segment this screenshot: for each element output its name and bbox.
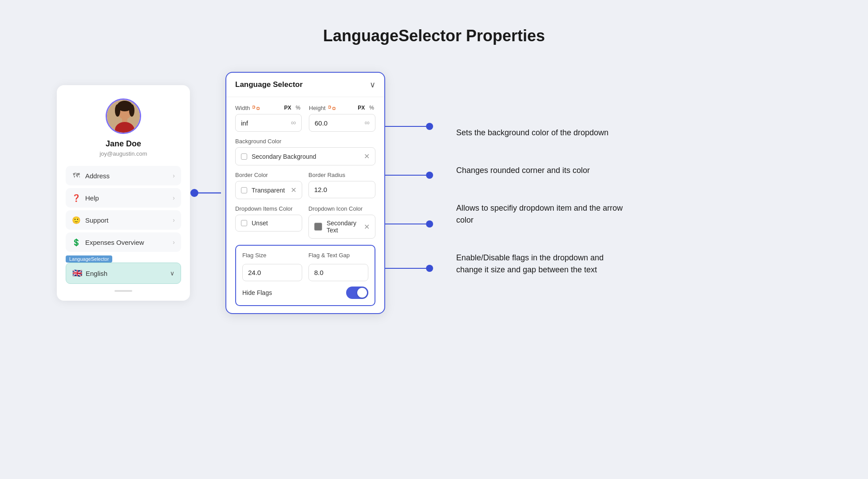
svg-rect-6 bbox=[122, 118, 127, 122]
dropdown-items-value: Unset bbox=[252, 220, 296, 227]
menu-label-expenses: Expenses Overview bbox=[85, 239, 144, 246]
flag-section: Flag Size 24.0 Flag & Text Gap 8.0 Hide … bbox=[235, 245, 375, 306]
dropdown-items-section: Dropdown Items Color Unset bbox=[235, 205, 302, 239]
width-group: Width PX % inf bbox=[235, 104, 302, 132]
flag-icon: 🇬🇧 bbox=[72, 268, 82, 278]
chevron-right-icon: › bbox=[173, 239, 175, 246]
support-icon: 🙂 bbox=[72, 216, 81, 224]
user-name: Jane Doe bbox=[106, 139, 141, 149]
height-value: 60.0 bbox=[315, 119, 327, 127]
flag-gap-group: Flag & Text Gap 8.0 bbox=[308, 252, 368, 281]
annotation-dropdown-icon: Allows to specifiy dropdown item and the… bbox=[456, 202, 625, 226]
bg-color-field[interactable]: Secondary Background ✕ bbox=[235, 147, 375, 165]
flag-size-input[interactable]: 24.0 bbox=[242, 264, 302, 281]
dropdown-icon-field[interactable]: Secondary Text ✕ bbox=[308, 215, 375, 239]
height-label: Height bbox=[309, 105, 326, 111]
background-color-section: Background Color Secondary Background ✕ bbox=[235, 138, 375, 165]
border-radius-label: Border Radius bbox=[308, 172, 375, 178]
dropdown-icon-clear-button[interactable]: ✕ bbox=[364, 223, 370, 231]
annotation-border: Changes rounded corner and its color bbox=[456, 165, 625, 177]
width-label: Width bbox=[235, 105, 250, 111]
annotation-text-bg: Sets the background color of the dropdow… bbox=[456, 127, 608, 139]
connector-lines bbox=[385, 86, 438, 299]
collapse-icon[interactable]: ∨ bbox=[370, 80, 375, 90]
flag-size-label: Flag Size bbox=[242, 252, 302, 259]
height-adjust-icon bbox=[328, 105, 335, 110]
page-title: LanguageSelector Properties bbox=[323, 27, 545, 45]
border-color-value: Transparent bbox=[252, 187, 286, 194]
dropdown-icon-swatch bbox=[314, 223, 322, 231]
panel-header: Language Selector ∨ bbox=[226, 73, 384, 97]
flag-gap-input[interactable]: 8.0 bbox=[308, 264, 368, 281]
panel-body: Width PX % inf bbox=[226, 97, 384, 313]
svg-rect-9 bbox=[253, 106, 255, 108]
svg-point-18 bbox=[426, 220, 433, 228]
help-icon: ❓ bbox=[72, 193, 81, 202]
dropdown-icon-value: Secondary Text bbox=[327, 220, 359, 234]
flag-gap-label: Flag & Text Gap bbox=[308, 252, 368, 259]
scrollbar-indicator bbox=[114, 290, 132, 292]
flag-row: Flag Size 24.0 Flag & Text Gap 8.0 bbox=[242, 252, 368, 281]
menu-label-address: Address bbox=[85, 172, 110, 180]
expenses-icon: 💲 bbox=[72, 238, 81, 247]
dimension-row: Width PX % inf bbox=[235, 104, 375, 132]
address-icon: 🗺 bbox=[72, 171, 81, 180]
language-text: English bbox=[86, 270, 107, 277]
annotation-text-dropdown: Allows to specifiy dropdown item and the… bbox=[456, 202, 625, 226]
dropdown-icon-section: Dropdown Icon Color Secondary Text ✕ bbox=[308, 205, 375, 239]
height-group: Height PX % 60.0 bbox=[309, 104, 375, 132]
dropdown-items-label: Dropdown Items Color bbox=[235, 205, 302, 212]
annotation-bg-color: Sets the background color of the dropdow… bbox=[456, 127, 625, 139]
chevron-right-icon: › bbox=[173, 172, 175, 179]
border-color-field[interactable]: Transparent ✕ bbox=[235, 181, 302, 199]
width-adjust-icon bbox=[253, 105, 260, 110]
menu-item-expenses[interactable]: 💲 Expenses Overview › bbox=[66, 232, 181, 252]
annotation-flags: Enable/Disable flags in the dropdown and… bbox=[456, 252, 625, 276]
svg-rect-12 bbox=[333, 107, 335, 110]
hide-flags-toggle[interactable] bbox=[346, 287, 368, 299]
bg-color-label: Background Color bbox=[235, 138, 375, 145]
svg-point-16 bbox=[426, 172, 433, 179]
menu-item-help[interactable]: ❓ Help › bbox=[66, 188, 181, 208]
border-color-clear-button[interactable]: ✕ bbox=[291, 186, 296, 194]
chevron-right-icon: › bbox=[173, 194, 175, 201]
bg-color-value: Secondary Background bbox=[252, 153, 359, 160]
annotations: Sets the background color of the dropdow… bbox=[456, 98, 625, 288]
border-radius-section: Border Radius 12.0 bbox=[308, 172, 375, 199]
border-color-label: Border Color bbox=[235, 172, 302, 178]
svg-point-4 bbox=[129, 104, 134, 117]
width-input[interactable]: inf ∞ bbox=[235, 114, 302, 132]
svg-point-14 bbox=[426, 123, 433, 130]
menu-item-address[interactable]: 🗺 Address › bbox=[66, 166, 181, 185]
bg-color-checkbox[interactable] bbox=[241, 153, 247, 160]
height-unit-percent[interactable]: % bbox=[368, 104, 375, 111]
flag-size-group: Flag Size 24.0 bbox=[242, 252, 302, 281]
hide-flags-row: Hide Flags bbox=[242, 287, 368, 299]
border-row: Border Color Transparent ✕ Border Radius… bbox=[235, 172, 375, 199]
annotation-text-border: Changes rounded corner and its color bbox=[456, 165, 590, 177]
svg-point-3 bbox=[115, 104, 120, 117]
menu-label-help: Help bbox=[85, 194, 99, 202]
unit-px[interactable]: PX bbox=[283, 104, 292, 111]
bg-color-clear-button[interactable]: ✕ bbox=[364, 152, 370, 161]
menu-item-support[interactable]: 🙂 Support › bbox=[66, 210, 181, 230]
infinity-icon-2: ∞ bbox=[365, 119, 370, 127]
menu-label-support: Support bbox=[85, 216, 109, 224]
chevron-down-icon: ∨ bbox=[170, 270, 174, 277]
svg-rect-11 bbox=[328, 106, 331, 108]
border-radius-input[interactable]: 12.0 bbox=[308, 181, 375, 198]
height-input[interactable]: 60.0 ∞ bbox=[309, 114, 375, 132]
border-color-checkbox[interactable] bbox=[241, 187, 247, 193]
dropdown-items-field[interactable]: Unset bbox=[235, 215, 302, 232]
language-selector-tag: LanguageSelector bbox=[66, 255, 112, 263]
width-value: inf bbox=[241, 119, 248, 127]
connector-left bbox=[190, 171, 225, 215]
toggle-knob bbox=[357, 288, 367, 298]
dropdown-icon-label: Dropdown Icon Color bbox=[308, 205, 375, 212]
svg-rect-10 bbox=[257, 107, 259, 110]
dropdown-items-checkbox[interactable] bbox=[241, 220, 247, 226]
language-item[interactable]: 🇬🇧 English ∨ bbox=[66, 263, 181, 284]
height-unit-px[interactable]: PX bbox=[356, 104, 366, 111]
infinity-icon: ∞ bbox=[291, 119, 296, 127]
unit-percent[interactable]: % bbox=[294, 104, 302, 111]
